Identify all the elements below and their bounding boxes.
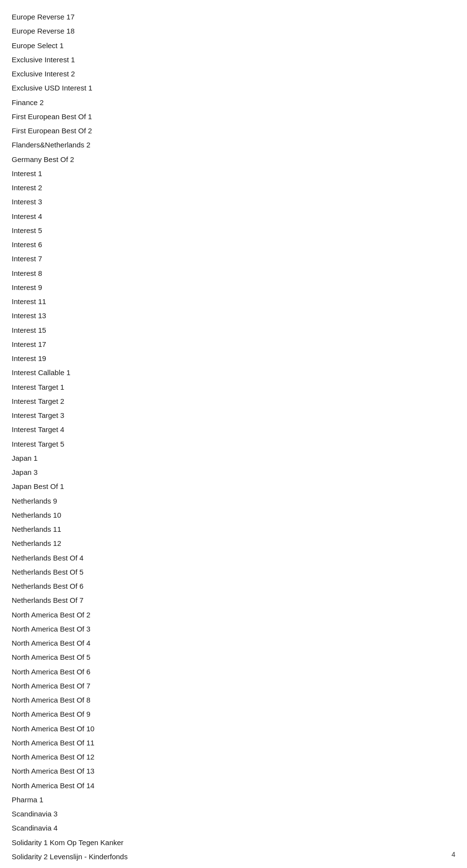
list-item: Finance 2 <box>12 95 455 109</box>
list-item: Interest Target 3 <box>12 408 455 422</box>
list-item: Interest 9 <box>12 280 455 294</box>
list-item: Netherlands 12 <box>12 536 455 550</box>
list-item: Netherlands 9 <box>12 494 455 508</box>
page-number: 4 <box>451 850 455 858</box>
list-item: Europe Reverse 18 <box>12 24 455 38</box>
list-item: Interest Target 2 <box>12 394 455 408</box>
list-item: Europe Select 1 <box>12 38 455 53</box>
list-item: Interest 2 <box>12 181 455 195</box>
list-item: North America Best Of 2 <box>12 608 455 622</box>
list-item: Netherlands Best Of 5 <box>12 565 455 579</box>
list-item: Interest 19 <box>12 351 455 365</box>
list-item: North America Best Of 8 <box>12 693 455 707</box>
list-item: North America Best Of 7 <box>12 679 455 693</box>
list-item: Interest 6 <box>12 237 455 252</box>
list-item: North America Best Of 4 <box>12 636 455 650</box>
list-item: Interest 3 <box>12 195 455 209</box>
list-item: North America Best Of 12 <box>12 750 455 764</box>
list-item: Exclusive Interest 1 <box>12 53 455 67</box>
list-item: Interest Callable 1 <box>12 365 455 380</box>
list-item: Netherlands Best Of 4 <box>12 551 455 565</box>
list-item: North America Best Of 9 <box>12 707 455 721</box>
list-item: Japan Best Of 1 <box>12 479 455 493</box>
list-item: Europe Reverse 17 <box>12 10 455 24</box>
list-item: North America Best Of 10 <box>12 722 455 736</box>
list-item: Exclusive USD Interest 1 <box>12 81 455 95</box>
list-item: Netherlands Best Of 6 <box>12 579 455 593</box>
list-item: Interest 13 <box>12 308 455 323</box>
list-item: Germany Best Of 2 <box>12 152 455 166</box>
list-item: North America Best Of 14 <box>12 778 455 793</box>
list-item: Interest 4 <box>12 209 455 223</box>
list-item: Solidarity 2 Levenslijn - Kinderfonds <box>12 850 455 864</box>
list-item: North America Best Of 5 <box>12 650 455 664</box>
list-item: Netherlands 11 <box>12 522 455 536</box>
list-item: Japan 1 <box>12 451 455 465</box>
list-item: Solidarity 1 Kom Op Tegen Kanker <box>12 835 455 850</box>
list-item: Interest Target 4 <box>12 422 455 436</box>
list-item: Scandinavia 4 <box>12 821 455 835</box>
list-item: Interest 5 <box>12 223 455 237</box>
list-item: Pharma 1 <box>12 793 455 807</box>
list-item: Interest 15 <box>12 323 455 337</box>
list-item: Exclusive Interest 2 <box>12 67 455 81</box>
list-item: Scandinavia 3 <box>12 807 455 821</box>
list-item: Japan 3 <box>12 465 455 479</box>
list-item: Interest 17 <box>12 337 455 351</box>
list-item: Flanders&Netherlands 2 <box>12 138 455 152</box>
list-item: Interest 7 <box>12 252 455 266</box>
list-item: Interest Target 1 <box>12 380 455 394</box>
list-item: Interest Target 5 <box>12 437 455 451</box>
list-item: First European Best Of 1 <box>12 109 455 124</box>
list-item: North America Best Of 3 <box>12 622 455 636</box>
items-list: Europe Reverse 17Europe Reverse 18Europe… <box>12 10 455 868</box>
list-item: Solidarity 3 Kom Op Tegen Kanker <box>12 864 455 868</box>
list-item: Netherlands 10 <box>12 508 455 522</box>
list-item: North America Best Of 13 <box>12 764 455 778</box>
list-item: Interest 1 <box>12 166 455 181</box>
list-item: Interest 11 <box>12 294 455 308</box>
list-item: Netherlands Best Of 7 <box>12 593 455 607</box>
list-item: North America Best Of 11 <box>12 736 455 750</box>
list-item: North America Best Of 6 <box>12 665 455 679</box>
list-item: Interest 8 <box>12 266 455 280</box>
list-item: First European Best Of 2 <box>12 124 455 138</box>
